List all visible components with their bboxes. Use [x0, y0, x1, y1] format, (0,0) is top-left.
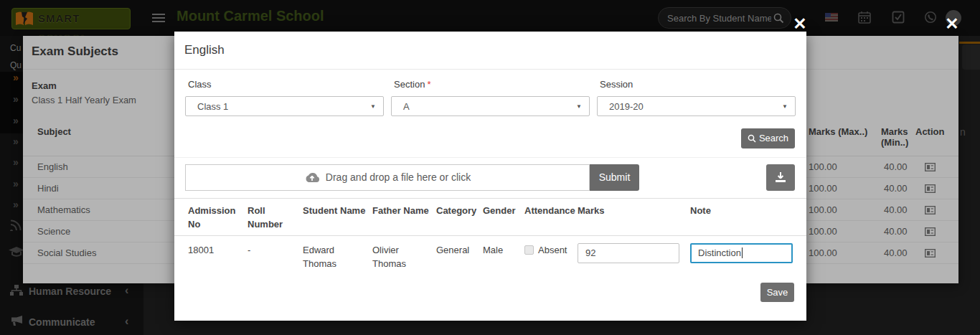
header-gender: Gender [483, 204, 524, 231]
subject-name: Hindi [37, 183, 59, 194]
assign-marks-icon[interactable] [925, 206, 936, 214]
session-select[interactable]: 2019-20 ▼ [597, 96, 796, 116]
cell-marks: 92 [578, 243, 690, 270]
smart-school-logo[interactable]: SMART SCHOOL [11, 8, 131, 29]
subject-name: Mathematics [37, 204, 90, 215]
chevron-down-icon: ▼ [782, 103, 788, 110]
chevron-down-icon: ▼ [370, 103, 376, 110]
header-roll-number: Roll Number [248, 204, 303, 231]
sidebar-submenu-block [0, 72, 23, 133]
header-note: Note [690, 204, 796, 231]
header-category: Category [436, 204, 483, 231]
subject-max-marks: 100.00 [809, 183, 837, 194]
subject-name: Social Studies [37, 247, 96, 258]
sidebar-clipped-item[interactable]: Cu [10, 43, 21, 53]
language-flag-icon[interactable] [825, 13, 838, 22]
subject-max-marks: 100.00 [809, 161, 837, 172]
school-name-title: Mount Carmel School [176, 8, 324, 24]
assign-marks-icon[interactable] [925, 227, 936, 236]
graduation-cap-icon[interactable] [9, 246, 24, 258]
chevron-left-icon: ‹ [125, 315, 128, 328]
submenu-chevron-icon[interactable]: » [13, 178, 19, 189]
calendar-icon[interactable] [858, 11, 871, 24]
cell-category: General [436, 243, 483, 270]
task-check-icon[interactable] [892, 11, 905, 24]
column-marks-min: Marks (Min..) [881, 126, 908, 148]
absent-checkbox[interactable] [524, 245, 534, 255]
header-marks: Marks [578, 204, 690, 231]
marks-entry-table: Admission No Roll Number Student Name Fa… [174, 198, 806, 270]
header-student-name: Student Name [303, 204, 372, 231]
search-icon[interactable] [773, 13, 784, 24]
submenu-chevron-icon[interactable]: » [13, 136, 19, 147]
submenu-chevron-icon[interactable]: » [13, 72, 19, 83]
subject-max-marks: 100.00 [809, 204, 837, 215]
save-button[interactable]: Save [760, 283, 794, 302]
subject-name: English [37, 161, 68, 172]
background-button-accent [959, 42, 980, 44]
close-icon[interactable]: ✕ [791, 14, 809, 33]
rss-icon[interactable] [10, 219, 22, 231]
session-label: Session [600, 79, 633, 90]
app-root: SMART SCHOOL Mount Carmel School Cu Qu »… [0, 0, 980, 335]
student-search-input[interactable] [667, 9, 771, 27]
column-marks-max: Marks (Max..) [809, 126, 867, 137]
book-logo-icon [14, 10, 34, 27]
modal-title: English [184, 43, 225, 57]
modal-header: English [174, 32, 806, 70]
subject-min-marks: 40.00 [884, 204, 908, 215]
cell-father-name: Olivier Thomas [372, 243, 436, 270]
download-sample-button[interactable] [766, 164, 795, 191]
required-asterisk: * [427, 79, 430, 90]
student-search-box [658, 7, 791, 29]
background-button-fragment [962, 44, 980, 70]
exam-label: Exam [32, 80, 57, 91]
sidebar-clipped-item[interactable]: Qu [10, 60, 22, 70]
cell-gender: Male [483, 243, 524, 270]
assign-marks-icon[interactable] [925, 184, 936, 193]
search-icon [748, 134, 756, 143]
subject-min-marks: 40.00 [884, 183, 908, 194]
submit-button[interactable]: Submit [590, 164, 639, 191]
cell-note: Distinction [690, 243, 796, 270]
submenu-chevron-icon[interactable]: » [13, 115, 19, 126]
subject-min-marks: 40.00 [884, 226, 908, 237]
whatsapp-icon[interactable] [924, 11, 937, 24]
section-select[interactable]: A ▼ [391, 96, 590, 116]
note-input[interactable]: Distinction [690, 243, 793, 263]
download-icon [775, 172, 786, 183]
absent-label: Absent [538, 243, 567, 257]
assign-marks-icon[interactable] [925, 249, 936, 258]
marks-input[interactable]: 92 [578, 243, 679, 263]
submenu-chevron-icon[interactable]: » [13, 199, 19, 210]
subject-max-marks: 100.00 [809, 247, 837, 258]
section-divider [174, 157, 806, 158]
header-father-name: Father Name [372, 204, 436, 231]
exam-subjects-title: Exam Subjects [32, 44, 118, 59]
search-button[interactable]: Search [741, 128, 795, 148]
submenu-chevron-icon[interactable]: » [13, 93, 19, 105]
chevron-down-icon: ▼ [576, 103, 582, 110]
cell-admission-no: 18001 [188, 243, 248, 270]
close-icon[interactable]: ✕ [943, 14, 961, 33]
subject-min-marks: 40.00 [884, 161, 908, 172]
cell-attendance: Absent [524, 243, 578, 270]
column-action: Action [915, 126, 944, 137]
submenu-chevron-icon[interactable]: » [13, 156, 19, 168]
megaphone-icon [10, 316, 24, 326]
menu-toggle-icon[interactable] [152, 14, 165, 22]
top-header: SMART SCHOOL Mount Carmel School [0, 0, 980, 36]
subject-max-marks: 100.00 [809, 226, 837, 237]
sidebar-item-label: Human Resource [29, 286, 111, 297]
sidebar-item-label: Communicate [29, 316, 95, 328]
class-select[interactable]: Class 1 ▼ [185, 96, 384, 116]
class-label: Class [188, 79, 212, 90]
cloud-upload-icon [304, 172, 320, 183]
subject-name: Science [37, 226, 70, 237]
file-dropzone[interactable]: Drag and drop a file here or click [185, 164, 590, 191]
exam-value: Class 1 Half Yearly Exam [32, 95, 136, 105]
english-marks-modal: English Class Section* Session Class 1 ▼… [174, 32, 806, 321]
cell-student-name: Edward Thomas [303, 243, 372, 270]
section-label: Section* [394, 79, 430, 90]
assign-marks-icon[interactable] [925, 163, 936, 171]
